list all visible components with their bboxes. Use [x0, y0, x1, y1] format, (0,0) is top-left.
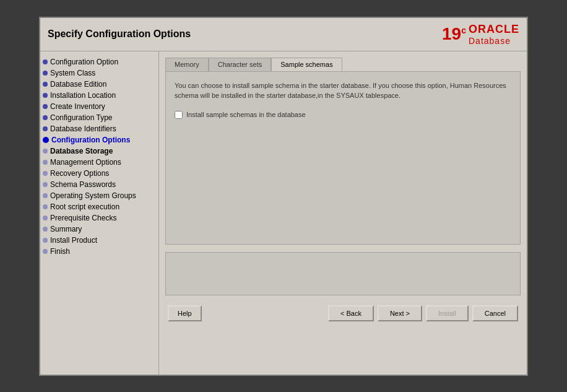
- install-button[interactable]: Install: [426, 305, 469, 321]
- back-button[interactable]: < Back: [328, 305, 374, 321]
- oracle-product-name: Database: [469, 36, 511, 46]
- sidebar: Configuration Option System Class Databa…: [40, 51, 159, 375]
- help-button[interactable]: Help: [168, 305, 202, 321]
- tab-content-sample-schemas: You can choose to install sample schema …: [165, 71, 521, 245]
- content-area: Configuration Option System Class Databa…: [40, 51, 527, 375]
- main-window: Specify Configuration Options 19c ORACLE…: [39, 17, 528, 376]
- sidebar-item-schema-passwords[interactable]: Schema Passwords: [40, 179, 158, 190]
- tabs-area: Memory Character sets Sample schemas You…: [165, 58, 521, 245]
- oracle-version: 19c: [442, 24, 466, 44]
- oracle-logo: 19c ORACLE Database: [442, 23, 519, 46]
- sidebar-item-database-edition[interactable]: Database Edition: [40, 79, 158, 90]
- button-bar: Help < Back Next > Install Cancel: [165, 300, 521, 324]
- sidebar-item-summary[interactable]: Summary: [40, 224, 158, 235]
- sidebar-item-create-inventory[interactable]: Create Inventory: [40, 101, 158, 112]
- install-sample-schemas-checkbox[interactable]: [175, 111, 183, 119]
- sidebar-item-installation-location[interactable]: Installation Location: [40, 90, 158, 101]
- tab-character-sets[interactable]: Character sets: [209, 58, 272, 71]
- sidebar-item-system-class[interactable]: System Class: [40, 68, 158, 79]
- sidebar-item-management-options[interactable]: Management Options: [40, 157, 158, 168]
- sidebar-item-database-identifiers[interactable]: Database Identifiers: [40, 123, 158, 134]
- sidebar-item-finish[interactable]: Finish: [40, 246, 158, 257]
- install-sample-schemas-row: Install sample schemas in the database: [175, 111, 511, 119]
- main-panel: Memory Character sets Sample schemas You…: [159, 51, 527, 375]
- sidebar-item-root-script-execution[interactable]: Root script execution: [40, 201, 158, 212]
- oracle-branding: ORACLE Database: [469, 23, 519, 46]
- sidebar-item-prerequisite-checks[interactable]: Prerequisite Checks: [40, 212, 158, 224]
- sidebar-item-operating-system-groups[interactable]: Operating System Groups: [40, 190, 158, 201]
- tab-sample-schemas[interactable]: Sample schemas: [271, 58, 342, 71]
- install-sample-schemas-label: Install sample schemas in the database: [186, 111, 306, 118]
- sidebar-item-configuration-option[interactable]: Configuration Option: [40, 56, 158, 68]
- oracle-brand-name: ORACLE: [469, 23, 519, 36]
- sidebar-tree: Configuration Option System Class Databa…: [40, 56, 158, 257]
- sidebar-item-database-storage[interactable]: Database Storage: [40, 146, 158, 157]
- sidebar-item-configuration-options[interactable]: Configuration Options: [40, 134, 158, 146]
- info-box: [165, 252, 521, 295]
- tab-memory[interactable]: Memory: [165, 58, 209, 71]
- next-button[interactable]: Next >: [378, 305, 422, 321]
- cancel-button[interactable]: Cancel: [472, 305, 518, 321]
- sidebar-item-configuration-type[interactable]: Configuration Type: [40, 112, 158, 123]
- sample-schemas-description: You can choose to install sample schema …: [175, 81, 511, 101]
- window-title: Specify Configuration Options: [48, 28, 191, 40]
- title-bar: Specify Configuration Options 19c ORACLE…: [40, 18, 527, 51]
- tab-bar: Memory Character sets Sample schemas: [165, 58, 521, 71]
- sidebar-item-install-product[interactable]: Install Product: [40, 235, 158, 246]
- sidebar-item-recovery-options[interactable]: Recovery Options: [40, 168, 158, 179]
